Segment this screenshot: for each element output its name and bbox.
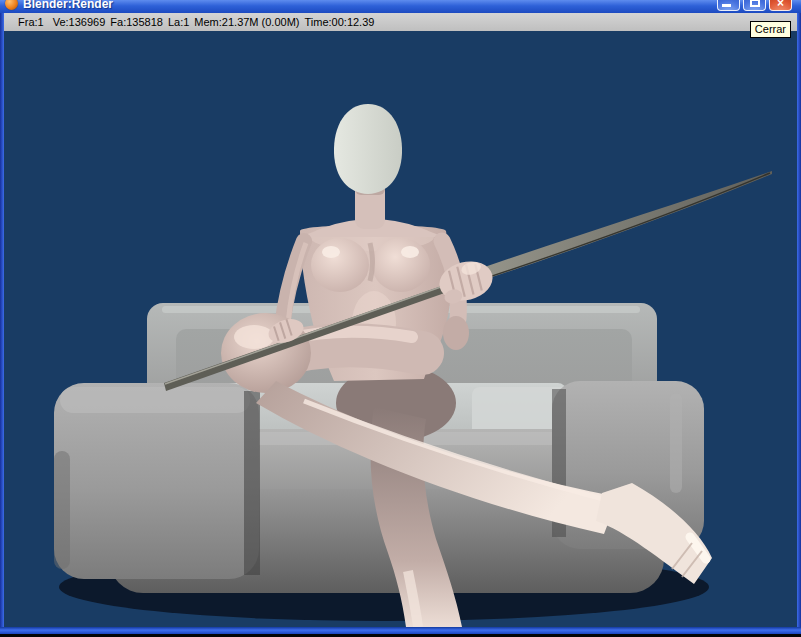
figure-head: [334, 104, 402, 194]
stat-memory: Mem:21.37M (0.00M): [194, 16, 299, 28]
window-controls: ×: [717, 0, 792, 11]
stat-frame: Fra:1: [18, 16, 44, 28]
close-button[interactable]: ×: [769, 0, 792, 11]
couch-left-armrest: [54, 383, 260, 579]
window-titlebar[interactable]: Blender:Render: [0, 0, 801, 14]
stat-lamps: La:1: [168, 16, 189, 28]
figure-chest: [311, 238, 369, 292]
close-icon: ×: [770, 0, 791, 10]
minimize-button[interactable]: [717, 0, 740, 11]
window-title: Blender:Render: [23, 0, 113, 11]
maximize-button[interactable]: [743, 0, 766, 11]
window-resize-bottom[interactable]: [0, 627, 801, 634]
render-scene: [4, 31, 797, 627]
render-viewport: [4, 31, 797, 627]
stat-vertices: Ve:136969: [53, 16, 106, 28]
stat-faces: Fa:135818: [110, 16, 163, 28]
window-resize-right[interactable]: [797, 13, 801, 627]
close-tooltip: Cerrar: [750, 21, 791, 38]
window-resize-left[interactable]: [0, 13, 4, 627]
minimize-icon: [722, 4, 731, 7]
blender-app-icon[interactable]: [5, 0, 18, 10]
maximize-icon: [750, 0, 760, 7]
render-stats-bar: Fra:1 Ve:136969 Fa:135818 La:1 Mem:21.37…: [4, 13, 797, 31]
stat-time: Time:00:12.39: [305, 16, 375, 28]
